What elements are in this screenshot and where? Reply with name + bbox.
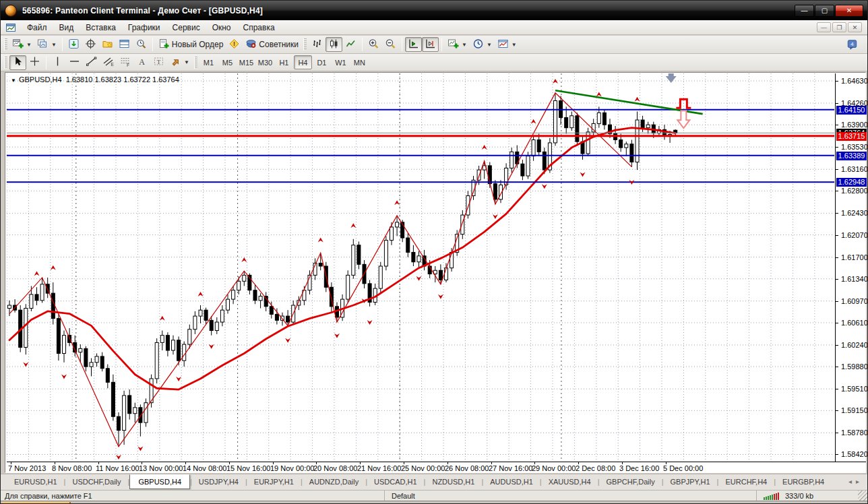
price-axis-label: 1.61700 [841,253,868,261]
time-axis-tick [491,462,492,464]
time-axis-label: 13 Nov 00:00 [139,464,183,472]
menu-item-файл[interactable]: Файл [21,22,53,34]
chart-tab-usdchf-daily[interactable]: USDCHF,Daily [65,475,127,488]
toolbar-gripper[interactable] [4,38,7,51]
chart-tab-gbpchf-daily[interactable]: GBPCHF,Daily [600,475,662,488]
chart-tab-usdcad-h1[interactable]: USDCAD,H1 [367,475,424,488]
chart-tab-gbpusd-h4[interactable]: GBPUSD,H4 [129,474,190,489]
timeframe-button-m30[interactable]: M30 [256,55,274,69]
advisors-button[interactable]: Советники [243,37,301,52]
menu-item-окно[interactable]: Окно [206,22,237,34]
chart-tab-audusd-h1[interactable]: AUDUSD,H1 [483,475,540,488]
chevron-down-icon: ▼ [487,42,492,48]
chart-tab-usdjpy-h4[interactable]: USDJPY,H4 [192,475,245,488]
time-axis-label: 25 Nov 00:00 [401,464,445,472]
toolbar-gripper[interactable] [4,57,7,69]
chart-window[interactable]: ▼GBPUSD,H4 1.63810 1.63823 1.63722 1.637… [5,72,866,473]
line-chart-button[interactable] [342,37,359,52]
time-axis[interactable]: 7 Nov 20138 Nov 08:0011 Nov 16:0013 Nov … [7,462,866,473]
market-watch-button[interactable] [65,37,82,52]
collapse-triangle-icon: ▼ [11,77,16,84]
chart-tab-eurgbp-h4[interactable]: EURGBP,H4 [776,475,831,488]
chart-tab-gbpjpy-h1[interactable]: GBPJPY,H1 [664,475,717,488]
price-axis-label: 1.61340 [841,275,868,283]
data-window-button[interactable] [82,37,99,52]
time-axis-tick [11,462,11,464]
indicators-button[interactable]: ▼ [445,37,470,52]
toolbar-separator [441,38,442,51]
menu-item-вставка[interactable]: Вставка [80,22,122,34]
bar-chart-button[interactable] [309,37,326,52]
menu-item-сервис[interactable]: Сервис [166,22,206,34]
chart-tab-eurjpy-h1[interactable]: EURJPY,H1 [247,475,301,488]
chart-window-icon [5,22,17,33]
menu-item-вид[interactable]: Вид [53,22,80,34]
maximize-button[interactable]: ▢ [815,5,834,17]
text-label-button[interactable]: T [150,55,167,70]
price-marker-1.63389: 1.63389 [836,152,867,160]
timeframe-button-h4[interactable]: H4 [294,55,312,69]
toolbar-gripper[interactable] [194,57,197,69]
menu-item-справка[interactable]: Справка [237,22,281,34]
cursor-tool-button[interactable] [9,55,26,70]
zoom-out-button[interactable] [382,37,399,52]
new-chart-button[interactable]: ▼ [9,37,34,52]
navigator-button[interactable] [99,37,116,52]
time-axis-label: 27 Nov 16:00 [489,464,532,472]
auto-scroll-button[interactable] [405,37,422,52]
timeframe-button-mn[interactable]: MN [350,55,369,69]
text-tool-button[interactable]: A [133,55,150,70]
price-axis[interactable]: 1.646301.642601.639001.635301.631601.628… [835,73,866,462]
strategy-tester-button[interactable] [133,37,150,52]
mdi-close-button[interactable]: ✕ [848,22,862,32]
price-axis-tick [836,169,838,170]
status-profile[interactable]: Default [385,491,757,501]
price-axis-tick [836,257,838,258]
arrows-tool-button[interactable]: ▼ [167,55,192,70]
comments-badge-button[interactable]: 4 [844,37,861,52]
menu-item-графики[interactable]: Графики [122,22,166,34]
chart-tab-nzdusd-h1[interactable]: NZDUSD,H1 [425,475,481,488]
periods-button[interactable]: ▼ [470,37,495,52]
toolbar-gripper[interactable] [303,38,307,51]
fibonacci-button[interactable]: F [117,55,133,70]
time-axis-tick [404,462,404,464]
timeframe-button-m5[interactable]: M5 [218,55,237,69]
price-chart[interactable] [7,73,835,462]
timeframe-button-m1[interactable]: M1 [199,55,218,69]
chart-tab-xauusd-h4[interactable]: XAUUSD,H4 [542,475,598,488]
timeframe-button-d1[interactable]: D1 [313,55,331,69]
price-axis-label: 1.59510 [841,385,868,393]
timeframe-button-w1[interactable]: W1 [332,55,350,69]
svg-text:!: ! [233,40,235,47]
new-order-button[interactable]: Новый Ордер [156,37,226,52]
timeframe-button-m15[interactable]: M15 [237,55,255,69]
toolbar-separator [402,38,402,51]
candlestick-chart-button[interactable] [326,37,342,52]
mdi-minimize-button[interactable]: — [817,22,831,32]
chart-tab-audnzd-daily[interactable]: AUDNZD,Daily [303,475,365,488]
chart-tab-eurchf-h4[interactable]: EURCHF,H4 [718,475,774,488]
vertical-line-button[interactable] [49,55,66,70]
horizontal-line-button[interactable] [66,55,83,70]
trendline-button[interactable] [83,55,100,70]
zoom-in-button[interactable] [365,37,382,52]
profiles-button[interactable]: ▼ [34,37,59,52]
tabs-scroll-right-icon[interactable]: ▸ [856,478,859,485]
crosshair-tool-button[interactable] [26,55,43,70]
resize-grip[interactable] [858,491,867,501]
price-axis-label: 1.59880 [841,363,868,371]
chart-shift-button[interactable] [422,37,439,52]
time-axis-tick [142,462,142,464]
mdi-restore-button[interactable]: ❐ [832,22,846,32]
terminal-button[interactable] [116,37,133,52]
equidistant-channel-button[interactable]: E [100,55,117,70]
connection-signal-icon [764,492,780,500]
chart-tab-eurusd-h1[interactable]: EURUSD,H1 [7,475,64,488]
templates-button[interactable]: ▼ [495,37,520,52]
tabs-scroll-left-icon[interactable]: ◂ [848,478,852,485]
timeframe-button-h1[interactable]: H1 [275,55,293,69]
close-button[interactable]: ✕ [835,5,863,17]
minimize-button[interactable]: — [795,5,814,17]
metaeditor-button[interactable]: ! [226,37,243,52]
